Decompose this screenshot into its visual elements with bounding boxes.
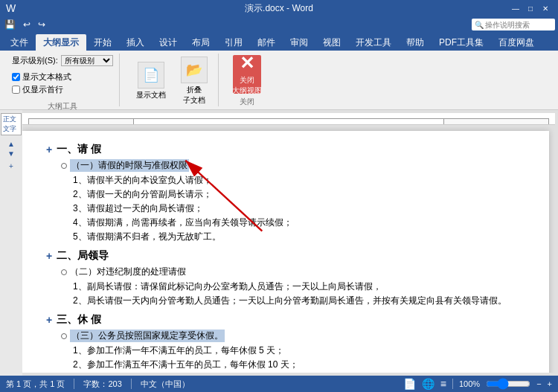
h2-circle3 [61,333,67,339]
section3-title: 三、休 假 [57,313,101,327]
tab-pdf[interactable]: PDF工具集 [432,34,491,51]
app-icon: W [6,2,16,14]
zoom-level: 100% [459,379,480,388]
tab-references[interactable]: 引用 [217,34,250,51]
tab-insert[interactable]: 插入 [119,34,152,51]
section3-children: （三）公务员按照国家规定享受休假。 1、参加工作满一年不满五年的员工，每年休假 … [61,330,525,371]
status-divider2 [131,379,132,389]
tab-layout[interactable]: 布局 [185,34,217,51]
list-item: 2、请假一天的向分管副局长请示； [73,188,525,201]
search-input[interactable] [485,21,552,29]
h2-section3-1: （三）公务员按照国家规定享受休假。 [61,330,525,342]
status-right: 📄 🌐 ≡ 100% − + [403,378,552,390]
redo-icon[interactable]: ↪ [36,19,47,30]
document-title: 演示.docx [245,3,284,13]
section1-plus[interactable]: + [46,144,52,155]
left-arrow-down[interactable]: ▼ [7,150,15,158]
tab-home[interactable]: 开始 [86,34,119,51]
section3-list: 1、参加工作满一年不满五年的员工，每年休假 5 天； 2、参加工作满五年不满十五… [73,344,525,371]
outline-section-2: + 二、局领导 （二）对违纪制度的处理请假 1、副局长请假：请保留此标记向办公室… [46,249,525,307]
maximize-button[interactable]: □ [524,2,537,14]
level-label: 显示级别(S): [12,55,58,66]
minimize-button[interactable]: — [509,2,522,14]
word-count: 字数：203 [83,379,121,390]
list-item: 1、副局长请假：请保留此标记向办公室考勤人员通告；一天以上向局长请假， [73,280,525,293]
h2-text2: （二）对违纪制度的处理请假 [70,266,186,278]
h1-section1: + 一、请 假 [46,143,525,156]
tab-file[interactable]: 文件 [3,34,36,51]
h2-text3-highlighted: （三）公务员按照国家规定享受休假。 [70,330,225,342]
status-bar: 第 1 页，共 1 页 字数：203 中文（中国） 📄 🌐 ≡ 100% − + [0,376,558,392]
undo-icon[interactable]: ↩ [22,19,32,30]
view-web-icon[interactable]: 🌐 [422,378,434,390]
close-button[interactable]: ✕ [539,2,552,14]
save-icon[interactable]: 💾 [3,19,17,30]
view-print-icon[interactable]: 📄 [403,378,416,390]
tab-design[interactable]: 设计 [152,34,185,51]
app-word: Word [292,3,312,13]
tab-view[interactable]: 视图 [315,34,348,51]
title-bar: W 演示.docx - Word — □ ✕ [0,0,558,16]
level-select[interactable]: 所有级别 [61,55,113,66]
outline-section-3: + 三、休 假 （三）公务员按照国家规定享受休假。 1、参加工作满一年不满五年的… [46,313,525,371]
tab-review[interactable]: 审阅 [283,34,315,51]
show-first-line-checkbox[interactable]: 仅显示首行 [12,84,71,95]
zoom-slider[interactable] [486,379,530,388]
status-divider3 [452,379,453,389]
language: 中文（中国） [141,379,190,390]
h2-circle [61,163,67,169]
h2-section1-1: （一）请假的时限与准假权限 [61,159,525,172]
document-page: + 一、请 假 （一）请假的时限与准假权限 1、请假半天的向本设室负人请假； 2… [22,131,549,373]
close-outline-button[interactable]: ✕ 关闭 大纲视图 [233,55,261,94]
fold-subdoc-button[interactable]: 📂 折叠 子文档 [176,55,212,107]
tab-mail[interactable]: 邮件 [250,34,283,51]
show-text-format-checkbox[interactable]: 显示文本格式 [12,71,71,83]
tab-dev[interactable]: 开发工具 [348,34,399,51]
title-bar-center: 演示.docx - Word [143,2,416,15]
left-expand-icon: + [9,162,13,170]
h1-section2: + 二、局领导 [46,249,525,263]
section1-title: 一、请 假 [57,143,101,156]
left-arrow-up[interactable]: ▲ [7,140,15,148]
h2-text-highlighted: （一）请假的时限与准假权限 [70,159,189,172]
list-item: 1、参加工作满一年不满五年的员工，每年休假 5 天； [73,344,525,357]
view-outline-icon[interactable]: ≡ [440,378,446,390]
h1-section3: + 三、休 假 [46,313,525,327]
left-style-selector[interactable]: 正文文字 [1,113,22,135]
section2-title: 二、局领导 [57,249,109,263]
status-divider1 [74,379,74,389]
ribbon-group-master-doc: 📄 显示文档 📂 折叠 子文档 主控文档 [126,54,219,106]
ribbon-group-close: ✕ 关闭 大纲视图 关闭 [225,54,269,106]
outline-section-1: + 一、请 假 （一）请假的时限与准假权限 1、请假半天的向本设室负人请假； 2… [46,143,525,243]
tab-help[interactable]: 帮助 [399,34,432,51]
section3-plus[interactable]: + [46,314,52,326]
show-document-button[interactable]: 📄 显示文档 [132,60,170,102]
list-item: 1、请假半天的向本设室负人请假； [73,174,525,187]
ruler [22,113,555,125]
title-bar-right: — □ ✕ [416,2,553,14]
list-item: 4、请假期满，尚需再续者，应当向有关领导请示续假； [73,216,525,229]
list-item: 2、局长请假一天内向分管考勤人员通告；一天以上向分管考勤副局长通告，并按有关规定… [73,295,525,307]
list-item: 5、请假期满不归者，视为无故旷工。 [73,231,525,243]
ribbon-group-outline-tools: 显示级别(S): 所有级别 显示文本格式 仅显示首行 大纲工具 [6,54,120,106]
page-info: 第 1 页，共 1 页 [6,379,65,390]
zoom-out-icon[interactable]: − [536,379,541,388]
h2-section2-1: （二）对违纪制度的处理请假 [61,266,525,278]
tab-baidu[interactable]: 百度网盘 [491,34,542,51]
zoom-in-icon[interactable]: + [548,379,552,388]
ribbon-tabs: 文件 大纲显示 开始 插入 设计 布局 引用 邮件 审阅 视图 开发工具 帮助 … [0,33,558,51]
ribbon: 显示级别(S): 所有级别 显示文本格式 仅显示首行 大纲工具 [0,51,558,110]
section2-plus[interactable]: + [46,250,52,262]
title-bar-left: W [6,2,143,14]
section2-children: （二）对违纪制度的处理请假 1、副局长请假：请保留此标记向办公室考勤人员通告；一… [61,266,525,307]
section1-children: （一）请假的时限与准假权限 1、请假半天的向本设室负人请假； 2、请假一天的向分… [61,159,525,243]
h2-circle2 [61,269,67,275]
close-group-label: 关闭 [240,95,254,107]
left-panel: 正文文字 ▲ ▼ + [0,110,22,376]
search-icon: 🔍 [475,21,484,29]
list-item: 2、参加工作满五年不满十五年的员工，每年休假 10 天； [73,359,525,371]
section1-list: 1、请假半天的向本设室负人请假； 2、请假一天的向分管副局长请示； 3、请假超过… [73,174,525,243]
outline-checkboxes: 显示文本格式 仅显示首行 [12,68,71,98]
tab-outline[interactable]: 大纲显示 [36,34,86,51]
section2-list: 1、副局长请假：请保留此标记向办公室考勤人员通告；一天以上向局长请假， 2、局长… [73,280,525,307]
